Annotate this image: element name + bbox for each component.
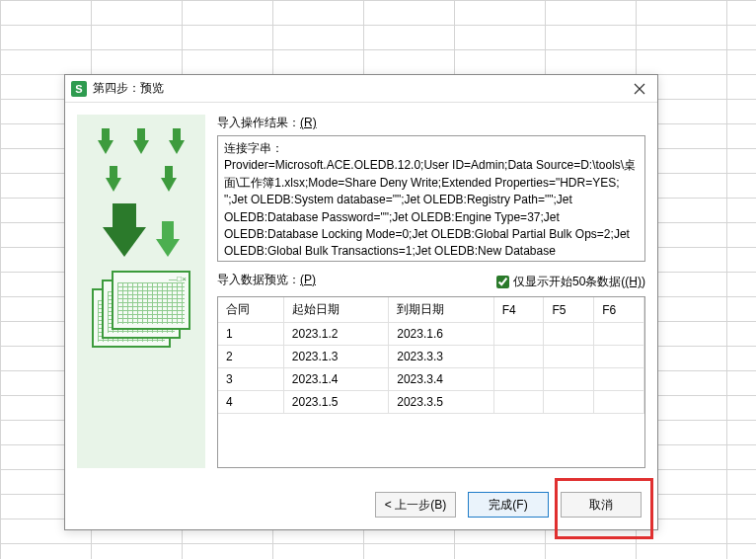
import-illustration-panel: — □ × — □ × — □ ×: [77, 115, 205, 468]
table-row[interactable]: 32023.1.42023.3.4: [218, 368, 644, 391]
col-header[interactable]: 合同: [218, 297, 283, 323]
preview-label-row: 导入数据预览：(P) 仅显示开始50条数据((H)): [217, 272, 645, 292]
app-icon: S: [71, 81, 87, 97]
col-header[interactable]: F4: [493, 297, 544, 323]
close-button[interactable]: [628, 79, 651, 99]
arrow-down-large-icon: [103, 227, 146, 257]
limit-rows-checkbox[interactable]: 仅显示开始50条数据((H)): [496, 274, 645, 290]
close-icon: [634, 83, 645, 95]
col-header[interactable]: F6: [594, 297, 644, 323]
preview-label: 导入数据预览：(P): [217, 272, 316, 288]
preview-table: 合同 起始日期 到期日期 F4 F5 F6 12023.1.22023.1.6: [218, 297, 644, 414]
dialog-title: 第四步：预览: [93, 80, 628, 97]
arrow-down-icon: [106, 178, 121, 192]
table-row[interactable]: 12023.1.22023.1.6: [218, 323, 644, 346]
table-row[interactable]: 22023.1.32023.3.3: [218, 346, 644, 368]
preview-table-container[interactable]: 合同 起始日期 到期日期 F4 F5 F6 12023.1.22023.1.6: [217, 296, 645, 468]
spreadsheet-stack-icon: — □ × — □ × — □ ×: [92, 271, 190, 350]
arrow-down-icon: [98, 140, 113, 154]
table-row[interactable]: 42023.1.52023.3.5: [218, 391, 644, 414]
dialog-footer: < 上一步(B) 完成(F) 取消: [65, 480, 657, 529]
table-header-row: 合同 起始日期 到期日期 F4 F5 F6: [218, 297, 644, 323]
result-label: 导入操作结果：(R): [217, 115, 645, 131]
arrow-down-icon: [133, 140, 149, 154]
arrow-down-icon: [156, 239, 180, 257]
right-panel: 导入操作结果：(R) 连接字串： Provider=Microsoft.ACE.…: [217, 115, 645, 468]
limit-rows-input[interactable]: [496, 276, 509, 288]
col-header[interactable]: 到期日期: [389, 297, 493, 323]
arrow-down-icon: [169, 140, 185, 154]
back-button[interactable]: < 上一步(B): [375, 492, 456, 518]
arrow-down-icon: [161, 178, 177, 192]
finish-button[interactable]: 完成(F): [468, 492, 549, 518]
dialog-body: — □ × — □ × — □ × 导入操作结果：(R) 连接字串： Provi…: [65, 103, 657, 480]
col-header[interactable]: F5: [544, 297, 594, 323]
cancel-button[interactable]: 取消: [561, 492, 642, 518]
titlebar: S 第四步：预览: [65, 75, 657, 103]
import-dialog: S 第四步：预览 — □ × — □ × — □ ×: [64, 74, 658, 530]
result-textbox[interactable]: 连接字串： Provider=Microsoft.ACE.OLEDB.12.0;…: [217, 135, 645, 262]
col-header[interactable]: 起始日期: [283, 297, 388, 323]
